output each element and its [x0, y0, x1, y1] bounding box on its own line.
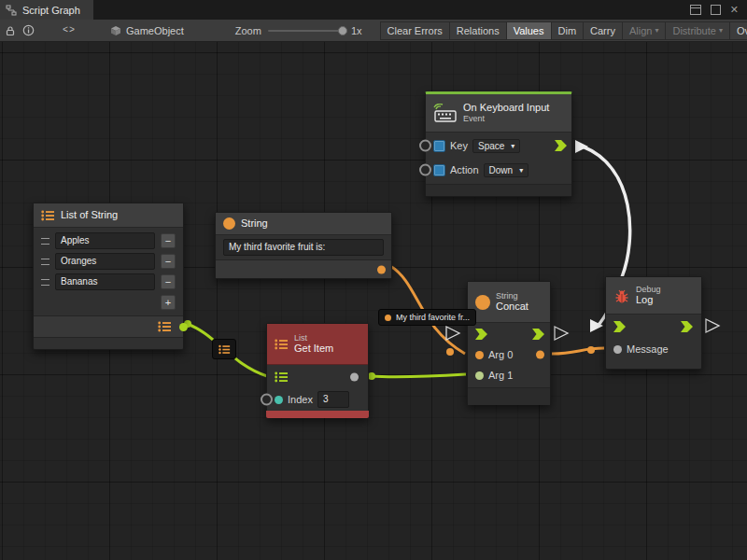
arg1-label: Arg 1 — [488, 370, 513, 381]
drag-handle-icon[interactable] — [41, 259, 49, 265]
wire-concat-to-log[interactable] — [552, 348, 604, 354]
item-output-port[interactable] — [350, 373, 359, 382]
wire-endpoint-dot — [368, 372, 375, 380]
gameobject-label: GameObject — [126, 25, 184, 36]
wire-value-dot — [587, 346, 595, 354]
key-label: Key — [450, 140, 468, 151]
clear-errors-button[interactable]: Clear Errors — [380, 21, 449, 40]
node-get-item[interactable]: List Get Item Index 3 — [266, 323, 369, 418]
flow-direction-arrow — [706, 319, 719, 332]
action-dropdown[interactable]: Down▾ — [484, 163, 529, 177]
carry-button[interactable]: Carry — [583, 21, 622, 40]
keyboard-icon — [433, 104, 458, 122]
message-label: Message — [627, 343, 669, 355]
list-icon — [41, 210, 55, 221]
gameobject-selector[interactable]: GameObject — [110, 25, 184, 36]
code-preview-icon[interactable]: <> — [63, 22, 76, 39]
flow-arrow-icon — [532, 329, 545, 340]
arg0-label: Arg 0 — [488, 349, 513, 360]
arg1-row: Arg 1 — [468, 366, 550, 385]
list-input-port[interactable] — [275, 371, 289, 383]
graph-icon — [6, 5, 17, 16]
trigger-output-port[interactable] — [681, 321, 694, 332]
arg0-row: Arg 0 — [468, 345, 550, 364]
zoom-slider-knob[interactable] — [338, 26, 347, 35]
list-item-value[interactable]: Apples — [55, 232, 155, 249]
keycode-icon — [433, 164, 445, 176]
zoom-label: Zoom — [235, 25, 261, 36]
trigger-input-port[interactable] — [475, 329, 488, 340]
node-concat[interactable]: String Concat Arg 0 Arg 1 — [467, 281, 551, 405]
node-list-of-string[interactable]: List of String Apples − Oranges − Banana… — [33, 203, 184, 350]
toolbar-buttons: Clear Errors Relations Values Dim Carry … — [380, 21, 747, 40]
node-on-keyboard-input[interactable]: On Keyboard Input Event Key Space▾ Actio… — [425, 91, 572, 197]
graph-canvas[interactable]: List of String Apples − Oranges − Banana… — [0, 42, 747, 560]
node-string-literal[interactable]: String My third favorite fruit is: — [215, 212, 392, 279]
list-item-row: Oranges − — [41, 252, 176, 271]
string-value-dot — [385, 315, 391, 321]
result-output-port[interactable] — [536, 351, 544, 359]
tab-script-graph[interactable]: Script Graph — [0, 0, 93, 20]
trigger-row — [468, 325, 550, 343]
list-item-value[interactable]: Bananas — [55, 273, 155, 290]
output-row — [34, 315, 183, 338]
string-value-field[interactable]: My third favorite fruit is: — [223, 239, 384, 256]
arg1-input-port[interactable] — [475, 371, 484, 380]
drag-handle-icon[interactable] — [41, 238, 49, 245]
trigger-input-port[interactable] — [613, 321, 627, 332]
index-label: Index — [288, 394, 313, 405]
trigger-output-port[interactable] — [532, 329, 545, 340]
node-title: String — [241, 217, 268, 230]
string-preview-text: My third favorite fr... — [396, 313, 470, 322]
distribute-button[interactable]: Distribute▾ — [665, 21, 728, 40]
remove-item-button[interactable]: − — [161, 254, 176, 269]
align-button[interactable]: Align▾ — [622, 21, 665, 40]
action-label: Action — [450, 164, 479, 175]
node-title: List of String — [61, 209, 118, 221]
list-item-row: Apples − — [41, 231, 176, 250]
gameobject-icon — [110, 25, 121, 36]
list-item-value[interactable]: Oranges — [55, 253, 155, 270]
relations-button[interactable]: Relations — [449, 21, 506, 40]
node-category: String — [496, 291, 529, 301]
add-item-button[interactable]: + — [161, 295, 176, 310]
tab-title: Script Graph — [22, 5, 80, 16]
key-dropdown[interactable]: Space▾ — [472, 139, 520, 153]
drag-handle-icon[interactable] — [41, 279, 49, 286]
layout-icon[interactable] — [690, 5, 701, 15]
remove-item-button[interactable]: − — [161, 233, 176, 248]
node-footer — [468, 387, 550, 405]
key-row: Key Space▾ — [426, 134, 571, 157]
node-category: Debug — [636, 285, 661, 295]
node-header: List of String — [34, 203, 183, 228]
action-input-port[interactable] — [419, 164, 431, 176]
node-subtitle: Event — [463, 114, 549, 124]
flow-arrow-icon — [681, 321, 694, 332]
node-debug-log[interactable]: Debug Log Message — [605, 276, 702, 370]
info-icon[interactable] — [22, 22, 35, 39]
lock-icon[interactable] — [5, 22, 16, 39]
zoom-slider[interactable] — [268, 30, 345, 32]
wire-getitem-to-concat[interactable] — [370, 374, 466, 377]
key-input-port[interactable] — [419, 140, 431, 152]
overview-button[interactable]: Overv — [729, 21, 747, 40]
dim-button[interactable]: Dim — [551, 21, 584, 40]
message-row: Message — [606, 339, 701, 359]
index-input-port[interactable] — [261, 394, 273, 406]
list-output-port[interactable] — [179, 323, 188, 331]
node-header: Debug Log — [606, 277, 701, 315]
integer-type-icon — [275, 396, 283, 404]
close-icon[interactable]: ✕ — [730, 5, 739, 15]
values-button[interactable]: Values — [506, 21, 551, 40]
arg0-input-port[interactable] — [475, 351, 484, 359]
string-output-port[interactable] — [377, 265, 386, 273]
error-bar — [266, 411, 369, 418]
flow-direction-arrow — [446, 327, 459, 340]
message-input-port[interactable] — [613, 345, 622, 354]
maximize-icon[interactable] — [711, 5, 721, 15]
index-field[interactable]: 3 — [317, 391, 349, 408]
trigger-output-port[interactable] — [555, 140, 568, 151]
remove-item-button[interactable]: − — [161, 274, 176, 289]
wire-arrowhead — [575, 140, 588, 153]
action-row: Action Down▾ — [426, 159, 571, 181]
